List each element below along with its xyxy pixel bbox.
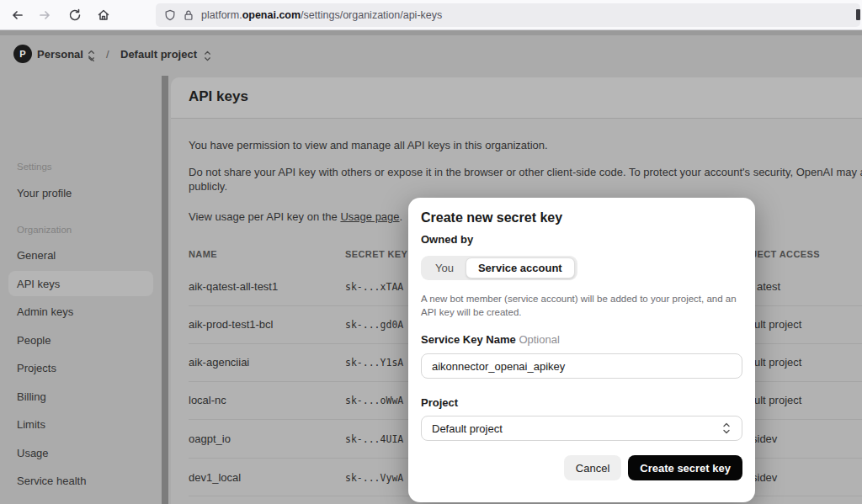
sidebar-item-billing[interactable]: Billing [17,390,46,403]
service-key-name-label: Service Key Name Optional [421,333,560,346]
warning-text-line1: Do not share your API key with others or… [189,166,862,178]
sidebar-item-your-profile[interactable]: Your profile [17,187,72,199]
column-header-secret-key: SECRET KEY [345,249,407,259]
key-secret: sk-...Y1sA [345,357,403,369]
shield-icon[interactable] [164,9,176,21]
org-project-header: P Personal / Default project [0,35,862,76]
key-name: dev1_local [189,471,241,484]
sidebar-item-admin-keys[interactable]: Admin keys [17,305,73,318]
project-select-value: Default project [432,422,503,435]
helper-text-line1: A new bot member (service account) will … [421,294,737,304]
sidebar-item-usage[interactable]: Usage [17,447,49,459]
reload-icon[interactable] [66,6,84,24]
chevron-updown-icon [721,422,732,434]
key-secret: sk-...VywA [345,472,403,484]
key-name: local-nc [189,394,226,406]
helper-text-line2: API key will be created. [421,307,522,317]
home-icon[interactable] [94,6,113,24]
key-project-access: ult project [754,318,801,331]
toolbar-edge-icon [856,9,860,20]
key-project-access: sidev [752,432,777,445]
key-secret: sk-...oWwA [345,395,403,406]
cancel-button[interactable]: Cancel [564,455,621,480]
segment-you[interactable]: You [423,262,466,274]
sidebar-item-service-health[interactable]: Service health [17,475,86,487]
sidebar-item-projects[interactable]: Projects [17,362,56,374]
key-name: aik-qatest-all-test1 [189,280,278,293]
avatar[interactable]: P [13,45,32,63]
sidebar-item-limits[interactable]: Limits [17,418,45,431]
key-project-access: ult project [754,356,801,369]
browser-toolbar: platform.openai.com/settings/organizatio… [0,0,862,30]
key-name: oagpt_io [189,432,231,445]
sidebar: Settings Your profile Organization Gener… [0,76,162,504]
column-header-project-access: JECT ACCESS [752,249,820,259]
url-bar[interactable]: platform.openai.com/settings/organizatio… [156,3,860,27]
usage-sentence: View usage per API key on the Usage page… [189,210,402,223]
project-label: Project [421,396,458,409]
key-secret: sk-...4UIA [345,433,403,445]
url-text: platform.openai.com/settings/organizatio… [201,9,442,21]
key-project-access: sidev [752,471,777,484]
key-project-access: ult project [754,394,801,406]
create-secret-key-modal: Create new secret key Owned by You Servi… [408,198,755,502]
owned-by-segmented-control: You Service account [421,256,577,280]
service-key-name-input[interactable] [421,353,742,379]
modal-actions: Cancel Create secret key [564,455,742,480]
sidebar-item-people[interactable]: People [17,334,51,347]
column-header-name: NAME [189,249,217,259]
optional-tag: Optional [519,333,559,346]
key-name: aik-agenciiai [189,356,249,369]
project-switcher[interactable]: Default project [120,48,197,61]
page-header-band: API keys [171,77,862,119]
key-project-access: atest [757,280,780,293]
key-name: aik-prod-test1-bcl [189,318,273,331]
owned-by-label: Owned by [421,233,473,246]
sidebar-section-settings: Settings [17,162,52,172]
org-switcher[interactable]: Personal [37,48,83,61]
modal-title: Create new secret key [421,210,562,225]
sidebar-item-general[interactable]: General [17,249,56,262]
sidebar-item-api-keys[interactable]: API keys [17,278,60,290]
breadcrumb-separator: / [106,48,109,61]
chevron-updown-icon[interactable] [87,50,96,65]
create-secret-key-button[interactable]: Create secret key [628,455,742,480]
chevron-updown-icon[interactable] [203,50,212,65]
forward-icon[interactable] [35,6,54,24]
key-secret: sk-...gd0A [345,319,403,331]
key-secret: sk-...xTAA [345,281,403,293]
back-icon[interactable] [8,6,27,24]
project-select[interactable]: Default project [421,416,742,441]
lock-icon[interactable] [183,9,194,21]
url-domain: openai.com [242,9,301,21]
usage-page-link[interactable]: Usage page [340,210,399,223]
permission-text: You have permission to view and manage a… [189,139,548,151]
sidebar-section-organization: Organization [17,225,72,235]
segment-service-account[interactable]: Service account [466,257,575,279]
page-title: API keys [189,88,248,105]
sidebar-scrollbar[interactable] [162,76,168,504]
warning-text-line2: publicly. [189,180,227,193]
